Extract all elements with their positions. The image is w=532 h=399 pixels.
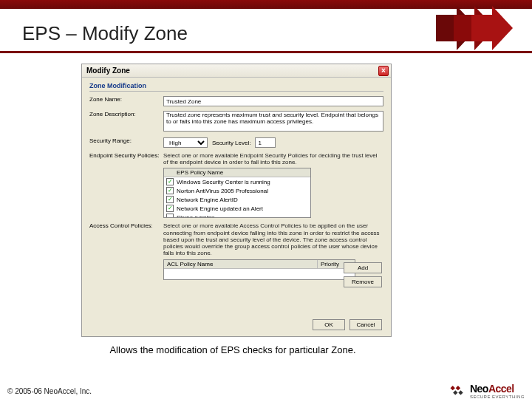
sec-level-label: Security Level: <box>212 140 250 146</box>
zone-desc-input[interactable] <box>163 111 383 132</box>
eps-policies-label: Endpoint Security Policies: <box>89 152 163 159</box>
ok-button[interactable]: OK <box>313 319 345 330</box>
list-item-label: Norton AntiVirus 2005 Professional <box>177 188 268 194</box>
sec-range-select[interactable]: High <box>163 137 208 148</box>
list-item[interactable]: ✓Network Engine updated an Alert <box>164 204 310 213</box>
cancel-button[interactable]: Cancel <box>349 319 382 330</box>
eps-help: Select one or more available Endpoint Se… <box>163 152 383 166</box>
copyright: © 2005-06 NeoAccel, Inc. <box>7 387 92 395</box>
footer: © 2005-06 NeoAccel, Inc. NeoAccel Secure… <box>0 383 532 399</box>
logo-text: NeoAccel <box>470 383 525 395</box>
slide-header: EPS – Modify Zone <box>0 0 532 53</box>
checkbox-icon[interactable] <box>166 214 174 218</box>
eps-list-header: EPS Policy Name <box>177 169 223 176</box>
slide-title: EPS – Modify Zone <box>22 22 188 45</box>
modify-zone-dialog: Modify Zone × Zone Modification Zone Nam… <box>81 64 392 337</box>
checkbox-icon[interactable]: ✓ <box>166 178 174 185</box>
zone-name-label: Zone Name: <box>89 96 163 103</box>
zone-desc-label: Zone Description: <box>89 111 163 117</box>
list-item-label: Windows Security Center is running <box>177 179 270 185</box>
acl-col-name: ACL Policy Name <box>164 260 318 268</box>
list-item[interactable]: Skype running <box>164 213 310 218</box>
svg-rect-3 <box>450 386 454 390</box>
zone-name-input[interactable] <box>163 96 383 106</box>
list-item[interactable]: ✓Windows Security Center is running <box>164 177 310 186</box>
logo-icon <box>449 384 466 398</box>
dialog-titlebar: Modify Zone × <box>82 64 391 78</box>
acl-policies-label: Access Control Policies: <box>89 222 163 229</box>
slide-caption: Allows the modification of EPS checks fo… <box>70 344 395 355</box>
dialog-title: Modify Zone <box>86 66 130 75</box>
remove-button[interactable]: Remove <box>344 276 382 287</box>
sec-range-label: Security Range: <box>89 137 163 144</box>
list-item[interactable]: ✓Norton AntiVirus 2005 Professional <box>164 186 310 195</box>
list-item-label: Network Engine AlertID <box>177 197 238 203</box>
close-icon[interactable]: × <box>378 66 389 76</box>
list-item[interactable]: ✓Network Engine AlertID <box>164 195 310 204</box>
acl-listbox[interactable]: ACL Policy Name Priority <box>163 259 355 280</box>
acl-help: Select one or more available Access Cont… <box>163 222 383 256</box>
list-item-label: Skype running <box>177 214 214 219</box>
checkbox-icon[interactable]: ✓ <box>166 187 174 194</box>
svg-rect-6 <box>458 390 463 395</box>
logo-tagline: Secure Everything <box>470 395 525 399</box>
svg-rect-4 <box>456 386 460 390</box>
svg-rect-5 <box>453 390 457 395</box>
arrow-decor <box>436 6 517 53</box>
sec-level-input[interactable] <box>255 137 276 148</box>
dialog-body: Zone Modification Zone Name: Zone Descri… <box>82 78 391 289</box>
add-button[interactable]: Add <box>344 262 382 273</box>
list-item-label: Network Engine updated an Alert <box>177 205 263 212</box>
checkbox-icon[interactable]: ✓ <box>166 205 174 212</box>
logo: NeoAccel Secure Everything <box>449 383 525 399</box>
eps-listbox[interactable]: EPS Policy Name ✓Windows Security Center… <box>163 168 311 218</box>
group-title: Zone Modification <box>89 82 383 92</box>
checkbox-icon[interactable]: ✓ <box>166 196 174 203</box>
